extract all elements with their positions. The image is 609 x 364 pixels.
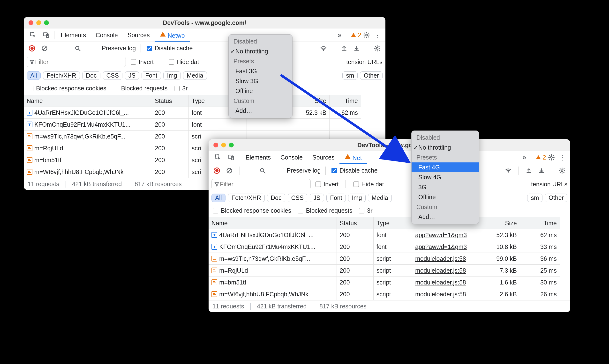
chip-img[interactable]: Img — [163, 71, 181, 80]
download-icon[interactable] — [536, 165, 547, 176]
hide-data-urls-checkbox[interactable]: Hide dat — [168, 58, 199, 65]
tab-sources[interactable]: Sources — [308, 152, 339, 163]
cell-initiator[interactable]: moduleloader.js:58 — [412, 276, 480, 288]
chip-other[interactable]: Other — [545, 194, 567, 202]
upload-icon[interactable] — [339, 43, 349, 54]
chip-all[interactable]: All — [27, 71, 41, 80]
chip-css[interactable]: CSS — [103, 71, 122, 80]
chip-all[interactable]: All — [211, 194, 226, 202]
tab-console[interactable]: Console — [91, 29, 123, 41]
settings-gear-icon[interactable] — [546, 152, 557, 163]
cell-name[interactable]: m=ws9Tlc,n73qwf,GkRiKb,e5qF... — [24, 130, 152, 142]
col-size[interactable]: Size — [293, 95, 330, 107]
search-icon[interactable] — [72, 43, 83, 54]
blocked-cookies-checkbox[interactable]: Blocked response cookies — [212, 207, 291, 214]
blocked-requests-checkbox[interactable]: Blocked requests — [297, 207, 352, 214]
clear-button[interactable] — [224, 165, 235, 176]
dropdown-add[interactable]: Add… — [412, 212, 479, 222]
cell-name[interactable]: m=Wt6vjf,hhhU8,FCpbqb,WhJNk — [24, 166, 152, 178]
cell-name[interactable]: T4UaRrENHsxJlGDuGo1OIlJfC6l_... — [24, 107, 152, 119]
hide-data-urls-checkbox[interactable]: Hide dat — [352, 181, 384, 188]
chip-img[interactable]: Img — [348, 194, 365, 202]
cell-initiator[interactable]: moduleloader.js:58 — [412, 288, 480, 300]
blocked-cookies-checkbox[interactable]: Blocked response cookies — [27, 85, 106, 92]
device-toggle-icon[interactable] — [225, 154, 238, 161]
chip-css[interactable]: CSS — [288, 194, 307, 202]
col-name[interactable]: Name — [24, 95, 152, 107]
col-time[interactable]: Time — [520, 217, 560, 229]
overflow-menu-icon[interactable]: ⋮ — [372, 30, 382, 40]
chip-fetch[interactable]: Fetch/XHR — [228, 194, 265, 202]
issues-badge[interactable]: 2 — [535, 154, 546, 161]
chip-font[interactable]: Font — [142, 71, 161, 80]
tab-network[interactable]: Net — [339, 151, 367, 164]
cell-name[interactable]: m=RqjULd — [209, 265, 337, 276]
cell-initiator[interactable]: moduleloader.js:58 — [412, 265, 480, 276]
chip-font[interactable]: Font — [326, 194, 346, 202]
chip-fetch[interactable]: Fetch/XHR — [43, 71, 80, 80]
record-button[interactable] — [27, 43, 37, 54]
dropdown-slow-3g[interactable]: Slow 3G — [229, 76, 292, 86]
search-icon[interactable] — [257, 165, 268, 176]
cell-name[interactable]: m=Wt6vjf,hhhU8,FCpbqb,WhJNk — [209, 288, 337, 300]
dropdown-offline[interactable]: Offline — [229, 86, 292, 96]
dropdown-offline[interactable]: Offline — [412, 192, 479, 202]
col-size[interactable]: Size — [480, 217, 520, 229]
upload-icon[interactable] — [524, 165, 534, 176]
cell-name[interactable]: m=bm51tf — [209, 276, 337, 288]
dropdown-fast-3g[interactable]: Fast 3G — [229, 66, 292, 76]
cell-initiator[interactable]: app?awwd=1&gm3 — [412, 241, 480, 253]
zoom-window-button[interactable] — [229, 143, 234, 147]
more-tabs-icon[interactable]: » — [523, 154, 527, 161]
cell-name[interactable]: TKFOmCnqEu92Fr1Mu4mxKKTU1... — [209, 241, 337, 253]
minimize-window-button[interactable] — [221, 143, 226, 147]
chip-sm-cut[interactable]: sm — [342, 71, 358, 80]
network-settings-gear-icon[interactable] — [557, 165, 567, 176]
disable-cache-checkbox[interactable]: Disable cache — [330, 167, 378, 174]
blocked-requests-checkbox[interactable]: Blocked requests — [112, 85, 167, 92]
chip-js[interactable]: JS — [125, 71, 139, 80]
cell-name[interactable]: TKFOmCnqEu92Fr1Mu4mxKKTU1... — [24, 119, 152, 130]
dropdown-no-throttling[interactable]: ✓ No throttling — [229, 46, 292, 56]
dropdown-no-throttling[interactable]: ✓ No throttling — [412, 143, 479, 153]
invert-checkbox[interactable]: Invert — [130, 58, 154, 65]
filter-text-field[interactable] — [35, 58, 123, 66]
close-window-button[interactable] — [28, 20, 33, 25]
chip-other[interactable]: Other — [360, 71, 382, 80]
col-time[interactable]: Time — [330, 95, 361, 107]
filter-toggle-icon[interactable] — [60, 43, 70, 54]
col-status[interactable]: Status — [152, 95, 189, 107]
download-icon[interactable] — [351, 43, 362, 54]
filter-text-field[interactable] — [219, 181, 308, 188]
filter-input[interactable] — [27, 57, 126, 67]
col-name[interactable]: Name — [209, 217, 337, 229]
tab-console[interactable]: Console — [276, 152, 308, 163]
disable-cache-checkbox[interactable]: Disable cache — [146, 45, 193, 52]
cell-name[interactable]: m=ws9Tlc,n73qwf,GkRiKb,e5qF... — [209, 253, 337, 265]
record-button[interactable] — [211, 165, 222, 176]
close-window-button[interactable] — [213, 143, 218, 147]
tab-sources[interactable]: Sources — [123, 29, 155, 41]
tab-network[interactable]: Netwo — [155, 28, 190, 41]
overflow-menu-icon[interactable]: ⋮ — [557, 152, 567, 163]
chip-doc[interactable]: Doc — [82, 71, 100, 80]
clear-button[interactable] — [39, 43, 50, 54]
network-settings-gear-icon[interactable] — [372, 43, 382, 54]
device-toggle-icon[interactable] — [40, 32, 53, 39]
cell-name[interactable]: T4UaRrENHsxJlGDuGo1OIlJfC6l_... — [209, 229, 337, 241]
zoom-window-button[interactable] — [44, 20, 49, 25]
invert-checkbox[interactable]: Invert — [314, 181, 339, 188]
more-tabs-icon[interactable]: » — [338, 31, 342, 39]
wifi-icon[interactable] — [318, 43, 329, 54]
chip-media[interactable]: Media — [368, 194, 392, 202]
wifi-icon[interactable] — [503, 165, 514, 176]
chip-doc[interactable]: Doc — [267, 194, 285, 202]
chip-sm-cut[interactable]: sm — [527, 194, 542, 202]
chip-media[interactable]: Media — [183, 71, 207, 80]
cell-initiator[interactable]: moduleloader.js:58 — [412, 253, 480, 265]
tab-elements[interactable]: Elements — [56, 29, 91, 41]
chip-js[interactable]: JS — [310, 194, 324, 202]
third-party-checkbox[interactable]: 3r — [173, 85, 188, 92]
cell-initiator[interactable]: app?awwd=1&gm3 — [412, 229, 480, 241]
minimize-window-button[interactable] — [36, 20, 41, 25]
